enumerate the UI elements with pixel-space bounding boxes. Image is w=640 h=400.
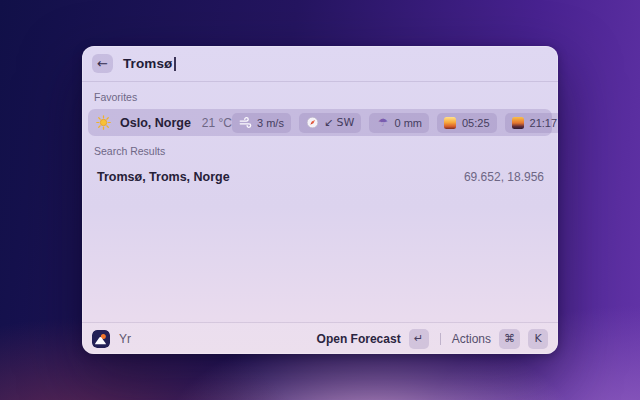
back-button[interactable]: ← bbox=[92, 54, 113, 73]
action-bar: Yr Open Forecast ↵ Actions ⌘ K bbox=[82, 322, 558, 354]
favorite-temperature: 21 °C bbox=[202, 116, 232, 130]
app-name: Yr bbox=[119, 332, 131, 346]
open-forecast-action[interactable]: Open Forecast bbox=[317, 332, 401, 346]
favorite-title: Oslo, Norge bbox=[120, 116, 191, 130]
compass-icon bbox=[306, 116, 319, 129]
section-label-search-results: Search Results bbox=[88, 136, 552, 163]
results-list: Favorites Oslo, Norge 21 °C bbox=[82, 82, 558, 322]
return-key-icon[interactable]: ↵ bbox=[409, 329, 429, 349]
sunset-icon bbox=[512, 116, 525, 129]
section-label-favorites: Favorites bbox=[88, 82, 552, 109]
precipitation-badge: ☂ 0 mm bbox=[369, 113, 429, 133]
search-input[interactable]: Tromsø bbox=[123, 56, 176, 71]
arrow-left-icon: ← bbox=[97, 56, 108, 71]
wind-badge: 3 m/s bbox=[232, 113, 291, 133]
text-caret bbox=[174, 57, 176, 71]
umbrella-icon: ☂ bbox=[376, 116, 389, 129]
list-item-favorite-oslo[interactable]: Oslo, Norge 21 °C 3 m/s bbox=[88, 109, 552, 136]
search-input-value: Tromsø bbox=[123, 56, 172, 71]
footer-divider bbox=[440, 333, 441, 345]
launcher-window: ← Tromsø Favorites Oslo, bbox=[82, 46, 558, 354]
sun-weather-icon bbox=[96, 115, 111, 130]
command-key-icon[interactable]: ⌘ bbox=[499, 329, 520, 349]
result-coordinates: 69.652, 18.956 bbox=[464, 170, 544, 184]
actions-menu-button[interactable]: Actions bbox=[452, 332, 491, 346]
k-key-icon[interactable]: K bbox=[528, 329, 548, 349]
sunset-badge: 21:17 bbox=[505, 113, 558, 133]
result-title: Tromsø, Troms, Norge bbox=[97, 170, 230, 184]
wind-direction-badge: ↙ SW bbox=[299, 113, 362, 133]
yr-app-icon bbox=[92, 330, 110, 348]
sunrise-badge: 05:25 bbox=[437, 113, 497, 133]
list-item-tromso[interactable]: Tromsø, Troms, Norge 69.652, 18.956 bbox=[88, 163, 552, 190]
wind-icon bbox=[239, 116, 252, 129]
sunrise-icon bbox=[444, 116, 457, 129]
search-bar: ← Tromsø bbox=[82, 46, 558, 81]
weather-badges: 3 m/s ↙ SW ☂ 0 bbox=[232, 113, 558, 133]
